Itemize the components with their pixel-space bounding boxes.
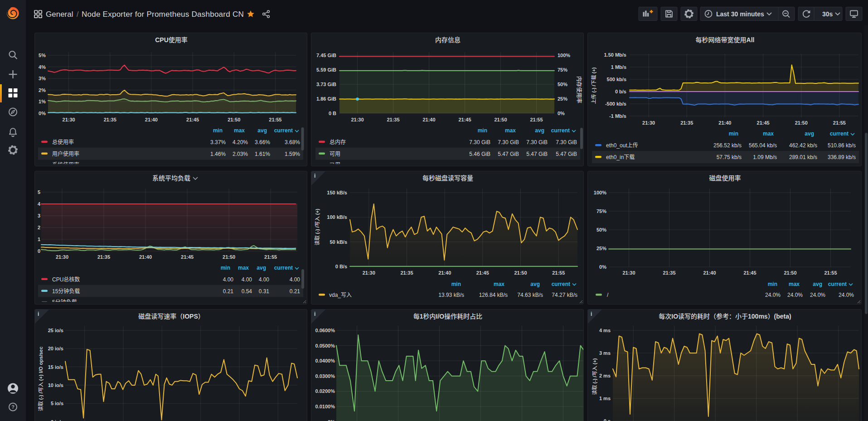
svg-text:21:55: 21:55 xyxy=(530,117,543,122)
svg-text:1 Mb/s: 1 Mb/s xyxy=(611,64,626,70)
svg-text:30s: 30s xyxy=(822,10,833,18)
svg-text:25 io/s: 25 io/s xyxy=(48,328,63,333)
svg-text:21:30: 21:30 xyxy=(622,270,635,276)
svg-text:1 ms: 1 ms xyxy=(599,396,611,401)
svg-text:21:30: 21:30 xyxy=(351,117,364,122)
svg-text:1.83 GiB: 1.83 GiB xyxy=(526,164,548,167)
svg-text:21:45: 21:45 xyxy=(181,254,194,260)
svg-text:21:35: 21:35 xyxy=(387,117,399,122)
svg-text:max: max xyxy=(505,127,516,134)
svg-text:min: min xyxy=(768,281,777,287)
svg-text:/: / xyxy=(77,10,79,18)
svg-text:3.73 GiB: 3.73 GiB xyxy=(316,82,336,87)
svg-text:0.43%: 0.43% xyxy=(210,164,226,167)
svg-text:21:35: 21:35 xyxy=(97,254,110,260)
svg-text:21:50: 21:50 xyxy=(795,120,808,126)
svg-text:13.93 kB/s: 13.93 kB/s xyxy=(438,292,464,298)
svg-text:4.00: 4.00 xyxy=(259,276,270,283)
svg-text:avg: avg xyxy=(813,281,822,287)
svg-text:0.0500%: 0.0500% xyxy=(315,343,335,348)
svg-text:21:50: 21:50 xyxy=(494,117,507,122)
svg-text:-500 kb/s: -500 kb/s xyxy=(605,101,626,106)
svg-text:max: max xyxy=(238,265,249,271)
svg-text:21:55: 21:55 xyxy=(833,120,846,126)
svg-text:150 kB/s: 150 kB/s xyxy=(327,190,347,195)
svg-text:126.84 kB/s: 126.84 kB/s xyxy=(479,292,508,298)
svg-text:读取 (-) /写入 (+) I/O ops/sec: 读取 (-) /写入 (+) I/O ops/sec xyxy=(38,347,44,411)
svg-text:256.52 kb/s: 256.52 kb/s xyxy=(713,142,742,149)
svg-text:5.47 GiB: 5.47 GiB xyxy=(556,151,577,157)
svg-text:0 io/s: 0 io/s xyxy=(51,419,63,421)
svg-text:5.47 GiB: 5.47 GiB xyxy=(498,151,519,157)
svg-text:24.0%: 24.0% xyxy=(787,292,803,298)
svg-text:0.47%: 0.47% xyxy=(285,164,300,167)
svg-text:50 kB/s: 50 kB/s xyxy=(330,239,347,245)
svg-text:21:45: 21:45 xyxy=(186,117,199,122)
svg-text:CPU总核数: CPU总核数 xyxy=(52,276,80,283)
svg-text:min: min xyxy=(213,127,223,134)
svg-text:0.21: 0.21 xyxy=(290,288,301,295)
svg-text:21:40: 21:40 xyxy=(422,117,435,122)
svg-text:21:45: 21:45 xyxy=(757,120,770,126)
svg-text:74.63 kB/s: 74.63 kB/s xyxy=(517,292,543,298)
svg-text:7.45 GiB: 7.45 GiB xyxy=(316,53,336,58)
svg-text:current: current xyxy=(274,127,293,134)
svg-text:i: i xyxy=(591,311,592,317)
svg-text:0 B/s: 0 B/s xyxy=(335,264,347,269)
svg-text:7.30 GiB: 7.30 GiB xyxy=(498,139,519,145)
svg-text:4.20%: 4.20% xyxy=(233,139,248,145)
svg-text:4: 4 xyxy=(38,201,41,207)
svg-text:21:40: 21:40 xyxy=(703,270,716,276)
svg-text:0.0600%: 0.0600% xyxy=(315,328,335,333)
svg-text:21:35: 21:35 xyxy=(104,117,116,122)
svg-text:0%: 0% xyxy=(558,111,565,116)
svg-text:每次IO读写的耗时（参考：小于100ms）(beta): 每次IO读写的耗时（参考：小于100ms）(beta) xyxy=(659,313,791,320)
svg-text:min: min xyxy=(451,281,461,287)
svg-text:0 s: 0 s xyxy=(604,418,611,421)
svg-text:74.27 kB/s: 74.27 kB/s xyxy=(552,292,577,298)
svg-text:1%: 1% xyxy=(39,99,46,104)
svg-text:min: min xyxy=(729,131,738,137)
svg-text:5%: 5% xyxy=(39,53,46,58)
svg-text:1.50 Mb/s: 1.50 Mb/s xyxy=(604,52,626,58)
svg-text:max: max xyxy=(789,281,800,287)
svg-text:内存信息: 内存信息 xyxy=(435,36,461,44)
svg-text:21:50: 21:50 xyxy=(223,254,235,260)
svg-text:1.59%: 1.59% xyxy=(285,151,300,157)
svg-text:24.0%: 24.0% xyxy=(810,292,825,298)
svg-text:磁盘读写速率（IOPS）: 磁盘读写速率（IOPS） xyxy=(138,313,204,320)
svg-text:21:50: 21:50 xyxy=(784,270,796,276)
svg-text:0.0200%: 0.0200% xyxy=(315,388,335,394)
svg-text:i: i xyxy=(314,173,315,179)
svg-text:21:40: 21:40 xyxy=(718,120,731,126)
svg-text:2: 2 xyxy=(38,225,40,230)
svg-text:100%: 100% xyxy=(594,190,606,195)
svg-text:10 io/s: 10 io/s xyxy=(48,382,63,388)
svg-text:21:50: 21:50 xyxy=(228,117,240,122)
svg-text:0.0300%: 0.0300% xyxy=(315,373,335,379)
svg-text:每1秒内I/O操作耗时占比: 每1秒内I/O操作耗时占比 xyxy=(413,313,482,320)
svg-text:75%: 75% xyxy=(596,208,606,214)
svg-text:5分钟负载: 5分钟负载 xyxy=(52,299,77,305)
svg-text:0%: 0% xyxy=(39,111,46,116)
svg-text:5.47 GiB: 5.47 GiB xyxy=(526,151,548,157)
svg-text:eth0_in下载: eth0_in下载 xyxy=(606,154,635,160)
svg-text:总使用率: 总使用率 xyxy=(52,139,74,145)
svg-text:每秒网络带宽使用All: 每秒网络带宽使用All xyxy=(696,36,755,44)
svg-text:1: 1 xyxy=(38,237,40,242)
svg-text:25%: 25% xyxy=(596,246,606,251)
svg-text:1.61%: 1.61% xyxy=(255,151,270,157)
svg-text:current: current xyxy=(551,127,570,134)
svg-text:2.03%: 2.03% xyxy=(233,151,248,157)
svg-text:7.30 GiB: 7.30 GiB xyxy=(526,139,548,145)
svg-text:每秒磁盘读写容量: 每秒磁盘读写容量 xyxy=(422,174,473,182)
svg-text:/: / xyxy=(607,292,609,298)
svg-text:vda_写入: vda_写入 xyxy=(329,292,352,298)
svg-text:General: General xyxy=(46,10,73,19)
svg-text:max: max xyxy=(234,127,245,134)
svg-text:510.86 kb/s: 510.86 kb/s xyxy=(828,142,856,149)
svg-text:0.46: 0.46 xyxy=(242,301,252,305)
svg-text:0.60%: 0.60% xyxy=(233,164,248,167)
svg-text:3.68%: 3.68% xyxy=(285,139,300,145)
svg-text:min: min xyxy=(478,127,487,134)
